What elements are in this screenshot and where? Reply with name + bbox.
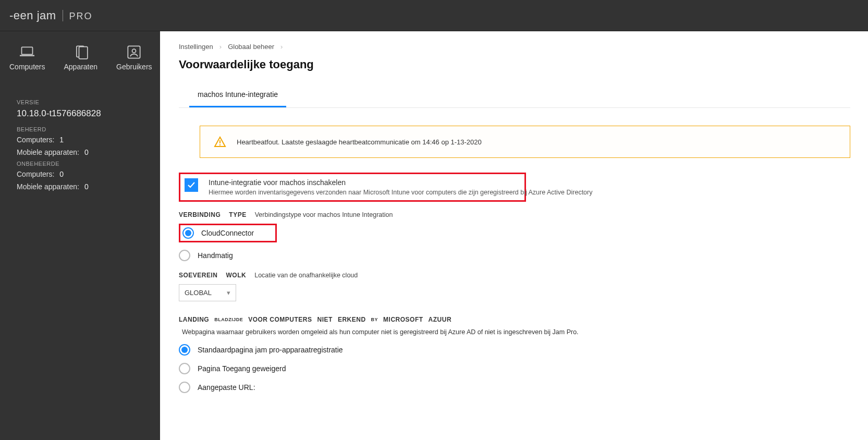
radio-circle-icon xyxy=(179,250,190,261)
radio-landing-custom[interactable]: Aangepaste URL: xyxy=(179,382,850,393)
alert-message: Heartbeatfout. Laatste geslaagde heartbe… xyxy=(237,138,482,146)
connection-type-word1: VERBINDING xyxy=(179,211,221,218)
landing-desc: Webpagina waarnaar gebruikers worden omg… xyxy=(182,328,579,336)
managed-label: BEHEERD xyxy=(17,126,146,132)
radio-circle-icon xyxy=(179,382,190,393)
sidebar-nav: Computers Apparaten Gebruikers xyxy=(0,31,160,83)
enable-intune-labels: Intune-integratie voor machos inschakele… xyxy=(209,178,592,196)
enable-intune-subtitle: Hiermee worden inventarisgegevens verzon… xyxy=(209,189,592,196)
brand-divider xyxy=(63,10,63,21)
radio-circle-icon xyxy=(182,227,194,239)
breadcrumb: Instellingen › Globaal beheer › xyxy=(179,43,850,51)
nav-computers[interactable]: Computers xyxy=(0,31,54,83)
nav-users-label: Gebruikers xyxy=(116,63,152,71)
radio-cloudconnector-label: CloudConnector xyxy=(201,229,254,237)
managed-mobile-row: Mobiele apparaten: 0 xyxy=(17,148,146,156)
brand: -een jam PRO xyxy=(9,9,93,22)
landing-page-label: LANDING BLADZIJDE VOOR COMPUTERS NIET ER… xyxy=(179,316,850,336)
landing-w5: ERKEND xyxy=(338,316,366,323)
page-title: Voorwaardelijke toegang xyxy=(179,58,850,71)
managed-mobile-key: Mobiele apparaten: xyxy=(17,148,79,156)
sovereign-hint: Locatie van de onafhankelijke cloud xyxy=(254,272,358,279)
svg-point-5 xyxy=(132,49,136,53)
landing-w6: BY xyxy=(371,317,378,322)
tab-intune-integratie[interactable]: machos Intune-integratie xyxy=(189,84,286,107)
version-label: VERSIE xyxy=(17,99,146,105)
sidebar-info: VERSIE 10.18.0-t1576686828 BEHEERD Compu… xyxy=(0,83,160,200)
landing-w7: MICROSOFT xyxy=(383,316,423,323)
sovereign-word1: SOEVEREIN xyxy=(179,272,218,279)
top-bar: -een jam PRO xyxy=(0,0,868,31)
sovereign-word2: WOLK xyxy=(226,272,247,279)
managed-mobile-value: 0 xyxy=(84,148,89,156)
managed-computers-key: Computers: xyxy=(17,136,54,144)
sovereign-cloud-value: GLOBAL xyxy=(185,289,212,297)
landing-page-radios: Standaardpagina jam pro-apparaatregistra… xyxy=(179,344,850,393)
sovereign-cloud-label: SOEVEREIN WOLK Locatie van de onafhankel… xyxy=(179,272,850,279)
nav-computers-label: Computers xyxy=(9,63,45,71)
unmanaged-label: ONBEHEERDE xyxy=(17,161,146,167)
unmanaged-mobile-row: Mobiele apparaten: 0 xyxy=(17,182,146,191)
laptop-icon xyxy=(20,46,34,58)
breadcrumb-globaal-beheer[interactable]: Globaal beheer xyxy=(228,43,274,51)
radio-circle-icon xyxy=(179,363,190,374)
landing-w3: VOOR COMPUTERS xyxy=(248,316,312,323)
unmanaged-mobile-key: Mobiele apparaten: xyxy=(17,182,79,191)
nav-users[interactable]: Gebruikers xyxy=(107,31,161,83)
connection-type-label: VERBINDING TYPE Verbindingstype voor mac… xyxy=(179,211,850,218)
unmanaged-mobile-value: 0 xyxy=(84,182,89,191)
radio-circle-icon xyxy=(179,344,190,356)
enable-intune-title: Intune-integratie voor machos inschakele… xyxy=(209,178,592,187)
svg-rect-0 xyxy=(22,47,33,55)
sovereign-cloud-dropdown[interactable]: GLOBAL ▾ xyxy=(179,284,236,301)
cloudconnector-highlight: CloudConnector xyxy=(179,224,277,242)
unmanaged-computers-key: Computers: xyxy=(17,170,54,178)
connection-type-hint: Verbindingstype voor machos Intune Integ… xyxy=(255,211,393,218)
radio-cloudconnector[interactable]: CloudConnector xyxy=(182,227,273,239)
radio-landing-denied-label: Pagina Toegang geweigerd xyxy=(198,364,286,373)
managed-computers-value: 1 xyxy=(59,136,64,144)
sidebar: Computers Apparaten Gebruikers VERSIE 10… xyxy=(0,31,160,440)
nav-devices[interactable]: Apparaten xyxy=(54,31,107,83)
warning-icon xyxy=(214,136,226,148)
breadcrumb-instellingen[interactable]: Instellingen xyxy=(179,43,213,51)
radio-landing-custom-label: Aangepaste URL: xyxy=(198,383,255,392)
svg-rect-1 xyxy=(20,55,34,56)
managed-computers-row: Computers: 1 xyxy=(17,136,146,144)
nav-devices-label: Apparaten xyxy=(64,63,97,71)
landing-w1: LANDING xyxy=(179,316,209,323)
check-icon xyxy=(187,181,195,189)
form-area: Heartbeatfout. Laatste geslaagde heartbe… xyxy=(179,108,850,393)
svg-point-7 xyxy=(219,144,221,145)
brand-name: -een jam xyxy=(9,9,56,22)
radio-handmatig-label: Handmatig xyxy=(198,251,233,260)
svg-rect-4 xyxy=(128,46,140,58)
users-icon xyxy=(127,46,141,58)
radio-landing-default-label: Standaardpagina jam pro-apparaatregistra… xyxy=(198,346,343,354)
unmanaged-computers-value: 0 xyxy=(59,170,64,178)
version-value: 10.18.0-t1576686828 xyxy=(17,108,146,119)
chevron-right-icon: › xyxy=(219,43,222,51)
landing-w2: BLADZIJDE xyxy=(214,317,243,322)
radio-landing-default[interactable]: Standaardpagina jam pro-apparaatregistra… xyxy=(179,344,850,356)
tablet-icon xyxy=(74,46,88,58)
connection-type-word2: TYPE xyxy=(229,211,246,218)
caret-down-icon: ▾ xyxy=(227,289,230,297)
content: Instellingen › Globaal beheer › Voorwaar… xyxy=(160,31,868,440)
radio-landing-denied[interactable]: Pagina Toegang geweigerd xyxy=(179,363,850,374)
unmanaged-computers-row: Computers: 0 xyxy=(17,170,146,178)
tab-bar: machos Intune-integratie xyxy=(179,84,850,108)
chevron-right-icon: › xyxy=(280,43,283,51)
svg-rect-3 xyxy=(79,47,87,59)
enable-intune-checkbox-row: Intune-integratie voor machos inschakele… xyxy=(179,173,526,202)
connection-type-radios: CloudConnector Handmatig xyxy=(179,224,850,261)
landing-w8: AZUUR xyxy=(429,316,452,323)
enable-intune-checkbox[interactable] xyxy=(185,178,198,192)
brand-edition: PRO xyxy=(69,11,93,22)
radio-handmatig[interactable]: Handmatig xyxy=(179,250,850,261)
alert-heartbeat: Heartbeatfout. Laatste geslaagde heartbe… xyxy=(200,126,850,158)
landing-w4: NIET xyxy=(317,316,333,323)
